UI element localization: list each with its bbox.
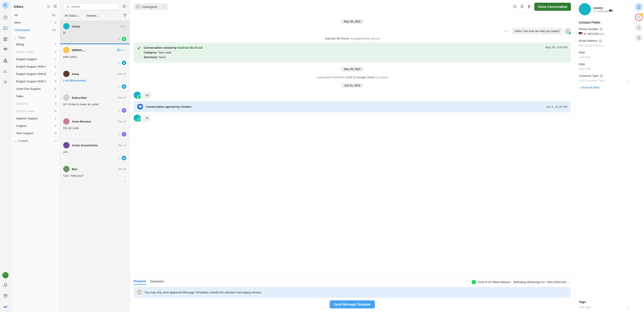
speech-icon: 💬 [137,104,143,110]
date-separator: May 29, 2023 [341,67,364,72]
sidebar-team-level-one[interactable]: Level One Support0 [12,85,59,93]
tags-title: Tags [579,300,630,304]
channel-selector[interactable]: Grub N Go Meal Delivery - 360Dialog What… [472,280,571,284]
send-template-button[interactable]: Send Message Template [330,300,375,308]
channels-tab-icon[interactable] [635,24,643,32]
channel-icon: ➤ [122,61,126,65]
sidebar-collapse-icon[interactable] [53,5,57,9]
contacts-icon[interactable] [1,35,10,43]
svg-point-13 [123,5,124,6]
settings-icon[interactable] [1,78,10,86]
conversation-view: Unassigned ⌄ Close Conversation May 26, … [130,0,575,312]
filter-status[interactable]: All Status⌄ [63,13,82,18]
conversation-item[interactable]: Anne MoraineMay 29M'y Qr code↙✆ [60,116,130,139]
show-all-fields-link[interactable]: ›Show all fields [579,86,630,89]
conv-search-icon[interactable] [513,5,517,9]
assignee-avatar-icon [136,5,140,9]
message-bubble: hi [143,115,151,122]
contact-avatar [134,115,141,122]
broadcast-icon[interactable] [1,46,10,54]
incoming-message: hi [134,115,571,122]
message-bubble: hi! [143,92,152,99]
sidebar-team-english-support-c[interactable]: English Support Shift C0 [12,78,59,85]
sidebar-team-sales[interactable]: Sales0 [12,93,59,100]
sidebar-search-icon[interactable] [47,5,50,9]
conversation-item[interactable]: BenMay 26Can I help you?↙ [60,163,130,186]
inbound-arrow-icon: ↙ [118,85,120,88]
sidebar-item-mine[interactable]: Mine3 [12,19,59,26]
list-time: May 29 [118,120,126,123]
sidebar-team-tech-support[interactable]: Tech Support3 [12,130,59,137]
dashboard-icon[interactable] [1,14,10,22]
sidebar-item-all[interactable]: All662 [12,12,59,19]
delivery-checks-icon: ✓✓ [504,30,509,33]
help-icon[interactable]: ? [600,28,603,31]
workflow-icon[interactable] [1,57,10,65]
list-preview: Hi! I'd like to make an order [63,103,126,106]
email-placeholder[interactable]: Add Email Address [579,44,630,47]
sidebar-group-custom[interactable]: ⌄Custom+ [12,137,59,144]
user-avatar[interactable] [2,272,8,278]
conversation-item[interactable]: АннаMay 29t.me/@annanwey↙➤ [60,68,130,92]
sidebar-team-support[interactable]: Support4 [12,122,59,130]
tags-input[interactable]: Add Tags⌄ [579,305,630,309]
conversation-opened-box: 💬 Conversation opened by Contact Jun 1, … [134,101,571,112]
add-custom-icon[interactable]: + [54,139,56,143]
incoming-message: hi! [134,92,571,99]
assignee-selector[interactable]: Unassigned ⌄ [134,3,168,10]
sidebar-group-team[interactable]: ⌄Team [12,34,59,41]
list-time: May 29 [118,96,126,99]
sidebar-team-billing[interactable]: Billing0 [12,41,59,48]
reports-icon[interactable] [1,67,10,75]
sidebar-team-english-sales[interactable]: English Sales0 [12,48,59,56]
sidebar-team-english-support-a[interactable]: English Support Shift A0 [12,63,59,70]
search-input[interactable] [71,5,117,8]
conversation-item[interactable]: caveyJun 1hi↙✆ [60,21,130,44]
list-avatar [63,118,70,125]
messages-icon[interactable] [1,24,10,32]
help-icon[interactable]: ? [599,39,602,43]
sidebar-team-english-support-b[interactable]: English Support Shift B1 [12,70,59,78]
merge-tab-icon[interactable]: 1 [635,14,643,21]
inbound-arrow-icon: ↙ [118,38,120,41]
sidebar-team-spanish-sales[interactable]: Spanish Sales0 [12,107,59,115]
sidebar-team-english-support[interactable]: English Support1 [12,56,59,63]
conversation-item[interactable]: SubscriberMay 29Hi! I'd like to make an … [60,92,130,116]
phone-value[interactable]: ▾ +601233▮▮▮▮ [579,32,630,36]
brand-icon[interactable] [1,302,10,311]
svg-point-19 [638,28,638,29]
help-icon[interactable] [1,292,10,300]
tab-comment[interactable]: Comment [150,280,164,284]
ctype-placeholder[interactable]: Add Customer Type⌄ [579,79,630,82]
filter-icon[interactable] [123,14,127,18]
search-box[interactable] [63,3,120,10]
sidebar-team-spanish-support[interactable]: Spanish Support1 [12,115,59,122]
filter-sort[interactable]: Newest⌄ [85,13,101,18]
sidebar-team-shipping[interactable]: Shipping0 [12,100,59,107]
conversation-item[interactable]: Anton KravchenkoMay 27yes↙➤ [60,139,130,163]
add-contact-icon[interactable] [122,4,127,9]
list-preview: hi [63,31,126,35]
list-name: NIRMAL... [72,49,115,52]
bolt-icon[interactable] [527,5,531,9]
svg-rect-6 [4,61,5,62]
contact-tab-icon[interactable] [635,3,643,11]
list-name: Anton Kravchenko [72,144,118,147]
list-preview: paris paris [63,55,126,58]
activity-tab-icon[interactable] [635,34,643,42]
date-placeholder[interactable]: Add Date [579,67,630,71]
snooze-icon[interactable] [520,5,524,9]
channel-icon: ➤ [122,84,126,89]
sidebar-item-unassigned[interactable]: Unassigned631 [12,26,59,34]
list-name: cavey [72,25,120,28]
svg-point-8 [5,82,6,83]
conversation-list: All Status⌄ Newest⌄ caveyJun 1hi↙✆NIRMAL… [60,0,130,312]
help-icon[interactable]: ? [600,74,603,78]
note-placeholder[interactable]: Add Note [579,56,630,59]
tab-respond[interactable]: Respond [134,279,146,285]
notifications-icon[interactable] [1,281,10,289]
close-conversation-button[interactable]: Close Conversation [534,3,571,11]
conversation-item[interactable]: NIRMAL...1Jun 1paris paris↙➤ [60,44,130,68]
list-preview: t.me/@annanwey [63,79,126,82]
workspace-avatar[interactable]: C [2,2,9,9]
